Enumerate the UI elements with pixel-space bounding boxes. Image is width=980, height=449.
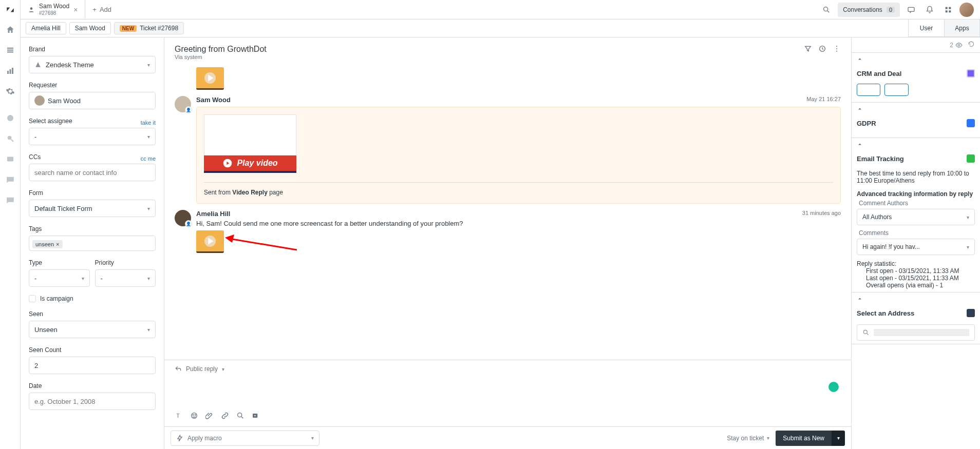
zendesk-logo[interactable] (0, 0, 20, 19)
tab-subtitle: #27698 (39, 10, 69, 16)
date-field[interactable] (34, 398, 150, 405)
chevron-down-icon[interactable]: ▾ (222, 366, 224, 372)
date-input[interactable] (29, 393, 156, 410)
cc-me-link[interactable]: cc me (141, 155, 156, 162)
crm-action-1[interactable] (857, 84, 880, 96)
assignee-select[interactable]: - ▾ (29, 128, 156, 145)
link-button[interactable] (221, 412, 229, 421)
ccs-label: CCs (29, 153, 41, 161)
brand-value: Zendesk Theme (46, 61, 94, 69)
message-amelia: 👤 Amelia Hill 31 minutes ago Hi, Sam! Co… (175, 210, 841, 253)
chat-button[interactable] (904, 3, 918, 17)
type-value: - (34, 275, 36, 282)
address-search[interactable] (857, 324, 975, 341)
assignee-label: Select assignee (29, 118, 72, 125)
svg-rect-1 (7, 50, 13, 51)
filter-icon[interactable] (804, 45, 812, 54)
views-icon[interactable] (0, 40, 20, 61)
requester-select[interactable]: Sam Wood (29, 92, 156, 109)
add-tab-button[interactable]: + Add (85, 0, 119, 19)
play-circle-icon (222, 158, 233, 168)
collapse-toggle[interactable] (852, 292, 980, 305)
home-icon[interactable] (0, 19, 20, 40)
app-icon-2[interactable] (0, 128, 20, 149)
seen-select[interactable]: Unseen ▾ (29, 321, 156, 338)
video-reply-link[interactable]: Video Reply (232, 189, 267, 196)
svg-point-19 (836, 51, 837, 52)
app-icon-5[interactable] (0, 190, 20, 210)
video-thumbnail[interactable] (196, 67, 224, 90)
user-panel-tab[interactable]: User (908, 19, 944, 37)
refresh-apps-button[interactable] (968, 41, 975, 49)
brand-select[interactable]: Zendesk Theme ▾ (29, 56, 156, 73)
ccs-field[interactable] (34, 169, 150, 177)
attachment-button[interactable] (205, 412, 214, 421)
user-tab-amelia[interactable]: Amelia Hill (26, 22, 66, 34)
seen-count-input[interactable]: 2 (29, 357, 156, 374)
play-label: Play video (237, 159, 277, 168)
tags-label: Tags (29, 225, 156, 232)
video-thumbnail[interactable] (196, 230, 224, 253)
authors-select[interactable]: All Authors ▾ (857, 209, 975, 225)
message-author: Sam Wood (196, 96, 231, 104)
chevron-up-icon (857, 106, 863, 112)
svg-rect-15 (949, 10, 951, 12)
video-reply-button[interactable] (252, 412, 260, 421)
settings-icon[interactable] (0, 81, 20, 102)
emoji-button[interactable] (190, 412, 198, 421)
collapse-toggle[interactable] (852, 53, 980, 65)
last-open: Last open - 03/15/2021, 11:33 AM (857, 275, 975, 282)
take-it-link[interactable]: take it (141, 120, 156, 126)
screenshot-thumbnail[interactable] (204, 114, 296, 155)
crm-action-2[interactable] (884, 84, 908, 96)
app-icon-4[interactable] (0, 169, 20, 190)
more-icon[interactable] (833, 45, 841, 54)
message-time: 31 minutes ago (802, 210, 841, 218)
views-indicator: 2 (950, 42, 963, 49)
conversations-button[interactable]: Conversations 0 (838, 3, 900, 17)
comments-select[interactable]: Hi again! !f you hav... ▾ (857, 239, 975, 255)
requester-value: Sam Wood (48, 97, 81, 105)
stay-on-ticket-button[interactable]: Stay on ticket ▾ (727, 435, 769, 442)
apply-macro-select[interactable]: Apply macro ▾ (171, 431, 319, 446)
play-video-button[interactable]: Play video (204, 155, 296, 171)
ccs-input[interactable] (29, 164, 156, 181)
campaign-checkbox[interactable]: Is campaign (29, 295, 156, 302)
reply-textarea[interactable] (164, 378, 851, 408)
form-select[interactable]: Default Ticket Form ▾ (29, 200, 156, 217)
close-icon[interactable]: × (73, 6, 78, 14)
ticket-subtab[interactable]: NEW Ticket #27698 (114, 22, 184, 34)
chevron-down-icon: ▾ (147, 134, 150, 140)
collapse-toggle[interactable] (852, 103, 980, 115)
user-tab-sam[interactable]: Sam Wood (69, 22, 111, 34)
search-button[interactable] (819, 3, 834, 17)
apps-panel-tab[interactable]: Apps (944, 19, 980, 37)
submit-button[interactable]: Submit as New (776, 431, 832, 446)
app-icon-3[interactable] (0, 149, 20, 169)
profile-avatar[interactable] (959, 3, 974, 17)
type-select[interactable]: - ▾ (29, 269, 90, 287)
reply-mode-label[interactable]: Public reply (186, 365, 218, 373)
remove-tag-icon[interactable]: × (56, 241, 59, 247)
chevron-down-icon: ▾ (311, 435, 314, 441)
svg-marker-25 (225, 235, 234, 243)
reports-icon[interactable] (0, 61, 20, 81)
tag-chip[interactable]: unseen × (32, 240, 63, 248)
redacted-content (874, 329, 969, 336)
history-icon[interactable] (818, 45, 826, 54)
ticket-tab[interactable]: Sam Wood #27698 × (21, 0, 85, 19)
priority-select[interactable]: - ▾ (95, 269, 156, 287)
app-icon-1[interactable] (0, 108, 20, 128)
chevron-down-icon: ▾ (967, 214, 969, 220)
text-format-button[interactable]: T (175, 412, 183, 421)
svg-rect-14 (946, 10, 948, 12)
tags-input[interactable]: unseen × (29, 236, 156, 251)
search-kb-button[interactable] (236, 412, 244, 421)
svg-point-18 (836, 48, 837, 49)
notifications-button[interactable] (922, 3, 937, 17)
apps-menu-button[interactable] (941, 3, 955, 17)
collapse-toggle[interactable] (852, 138, 980, 150)
svg-marker-20 (208, 74, 213, 81)
grammarly-icon[interactable] (828, 382, 839, 392)
submit-dropdown-button[interactable]: ▾ (832, 431, 845, 446)
